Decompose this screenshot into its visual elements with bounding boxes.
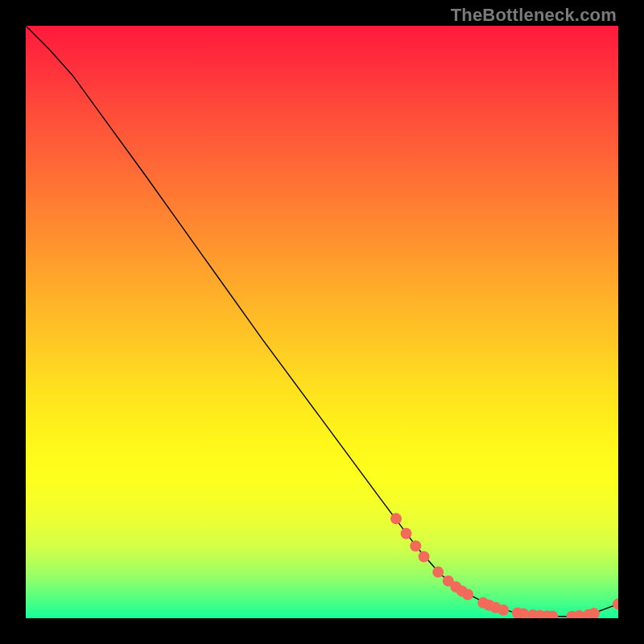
curve-marker	[497, 605, 509, 616]
chart-overlay	[26, 26, 618, 618]
chart-stage: TheBottleneck.com	[0, 0, 644, 644]
curve-marker	[390, 513, 402, 524]
plot-area	[26, 26, 618, 618]
curve-marker	[410, 540, 421, 551]
curve-marker	[432, 567, 444, 578]
curve-line	[26, 26, 618, 617]
curve-markers	[390, 513, 618, 618]
watermark-text: TheBottleneck.com	[451, 5, 617, 26]
curve-marker	[401, 528, 412, 539]
curve-marker	[419, 551, 430, 562]
curve-marker	[462, 589, 473, 601]
curve-marker	[613, 598, 618, 609]
